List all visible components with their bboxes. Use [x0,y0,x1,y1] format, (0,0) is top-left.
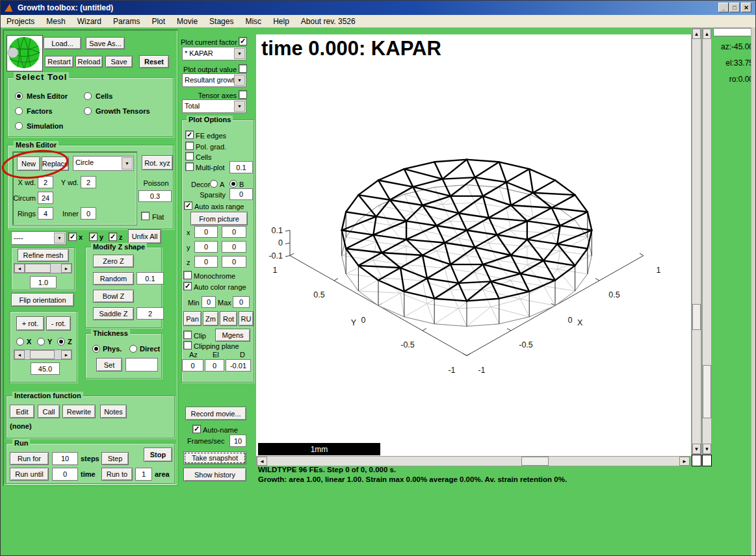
cells-checkbox[interactable] [185,152,194,160]
run-until-button[interactable]: Run until [10,468,49,481]
saddle-value-field[interactable]: 2 [137,307,164,320]
plus-rot-button[interactable]: + rot. [16,316,44,331]
show-history-button[interactable]: Show history [183,468,246,481]
rotate-button[interactable]: Rot [220,311,237,326]
scroll-up-icon[interactable]: ▲ [703,29,711,39]
axis-z-field-1[interactable]: 0 [194,256,218,268]
zero-z-button[interactable]: Zero Z [93,255,134,268]
shape-dropdown[interactable]: Circle ▼ [73,156,134,171]
multi-plot-field[interactable]: 0.1 [229,161,253,173]
rotation-readout-field[interactable] [713,28,755,36]
menu-plot[interactable]: Plot [146,17,171,26]
radio-growth-tensors[interactable] [84,107,92,115]
mesh-3d-plot[interactable]: -1-0.500.51-1-0.500.510.10-0.1XY [256,34,691,456]
thickness-direct-radio[interactable] [129,345,137,353]
scroll-right-icon[interactable]: ► [679,457,690,466]
close-button[interactable]: ✕ [741,3,751,12]
auto-axis-range-checkbox[interactable]: ✓ [184,201,192,210]
menu-help[interactable]: Help [267,17,295,26]
run-to-button[interactable]: Run to [101,468,133,481]
radio-cells[interactable] [84,92,92,100]
scrollbar-thumb[interactable] [692,304,701,330]
rotation-slider[interactable]: ◄ ► [14,349,72,360]
slider-right-icon[interactable]: ► [61,264,72,273]
plot-current-factor-checkbox[interactable]: ✓ [239,37,247,45]
rotation-slider-thumb[interactable] [30,350,55,359]
circum-field[interactable]: 24 [38,192,53,204]
reset-button[interactable]: Reset [139,55,169,68]
frames-sec-field[interactable]: 10 [229,435,246,447]
rot-axis-x-radio[interactable] [16,338,24,346]
save-button[interactable]: Save [105,56,133,68]
clip-d-field[interactable]: -0.01 [226,359,251,372]
radio-factors[interactable] [15,107,23,115]
vertical-scrollbar-1[interactable]: ▲ ▼ [692,28,701,455]
refine-mesh-button[interactable]: Refine mesh [18,249,69,262]
scrollbar-thumb[interactable] [521,457,549,466]
rotation-angle-field[interactable]: 45.0 [31,362,60,375]
clip-az-field[interactable]: 0 [182,359,203,372]
rings-field[interactable]: 4 [38,207,53,220]
horizontal-scrollbar[interactable]: ◄ ► [256,456,690,466]
fix-x-checkbox[interactable]: ✓ [68,233,77,241]
scrollbar-thumb[interactable] [703,365,711,418]
corner-box-1[interactable] [692,455,701,466]
call-button[interactable]: Call [38,405,60,418]
menu-movie[interactable]: Movie [171,17,203,26]
random-value-field[interactable]: 0.1 [137,272,164,284]
menu-projects[interactable]: Projects [1,17,40,26]
chevron-down-icon[interactable]: ▼ [234,75,245,86]
save-as-button[interactable]: Save As... [86,37,125,49]
rewrite-button[interactable]: Rewrite [62,405,96,418]
rot-axis-y-radio[interactable] [37,338,45,346]
rot-xyz-button[interactable]: Rot. xyz [142,155,173,170]
fix-dropdown[interactable]: ---- ▼ [11,231,66,245]
run-until-time-field[interactable]: 0 [52,468,78,481]
refine-slider[interactable]: ◄ ► [14,263,72,273]
multi-plot-checkbox[interactable] [185,162,194,171]
menu-params[interactable]: Params [107,17,146,26]
menu-wizard[interactable]: Wizard [72,17,107,26]
fe-edges-checkbox[interactable]: ✓ [185,131,194,139]
refine-value-field[interactable]: 1.0 [30,276,57,288]
chevron-down-icon[interactable]: ▼ [54,233,65,244]
saddle-z-button[interactable]: Saddle Z [93,307,134,320]
vertical-scrollbar-2[interactable]: ▲ ▼ [702,28,712,455]
y-wd-field[interactable]: 2 [81,176,96,188]
scroll-down-icon[interactable]: ▼ [703,444,711,454]
flat-checkbox[interactable] [141,212,150,220]
run-for-steps-field[interactable]: 10 [52,452,78,465]
scroll-up-icon[interactable]: ▲ [692,29,701,39]
refine-slider-thumb[interactable] [25,264,51,273]
menu-stages[interactable]: Stages [203,17,239,26]
chevron-down-icon[interactable]: ▼ [234,48,245,59]
clip-checkbox[interactable] [183,331,192,339]
monochrome-checkbox[interactable] [183,271,192,279]
clipping-plane-checkbox[interactable] [183,341,192,349]
tensor-dropdown[interactable]: Total ▼ [182,99,246,113]
axis-y-field-2[interactable]: 0 [222,241,246,253]
run-to-area-field[interactable]: 1 [135,468,152,481]
axis-y-field-1[interactable]: 0 [194,241,218,253]
thickness-set-button[interactable]: Set [96,358,122,372]
thickness-value-field[interactable] [125,358,158,372]
fix-z-checkbox[interactable]: ✓ [109,233,117,241]
load-button[interactable]: Load... [44,37,81,49]
plot-output-value-checkbox[interactable] [239,64,247,73]
slider-left-icon[interactable]: ◄ [14,264,25,273]
radio-simulation[interactable] [15,122,23,130]
min-field[interactable]: 0 [202,296,216,308]
flip-orientation-button[interactable]: Flip orientation [11,293,74,307]
chevron-down-icon[interactable]: ▼ [234,101,245,112]
restart-button[interactable]: Restart [45,56,73,68]
sparsity-field[interactable]: 0 [229,188,253,200]
maximize-button[interactable]: □ [729,3,740,12]
auto-color-range-checkbox[interactable]: ✓ [183,282,192,290]
bowl-z-button[interactable]: Bowl Z [93,290,134,303]
scroll-left-icon[interactable]: ◄ [257,457,267,466]
clip-el-field[interactable]: 0 [205,359,224,372]
output-dropdown[interactable]: Resultant growth... ▼ [182,73,246,87]
stop-button[interactable]: Stop [144,448,172,462]
corner-box-2[interactable] [702,455,712,466]
decor-a-radio[interactable] [210,180,218,188]
